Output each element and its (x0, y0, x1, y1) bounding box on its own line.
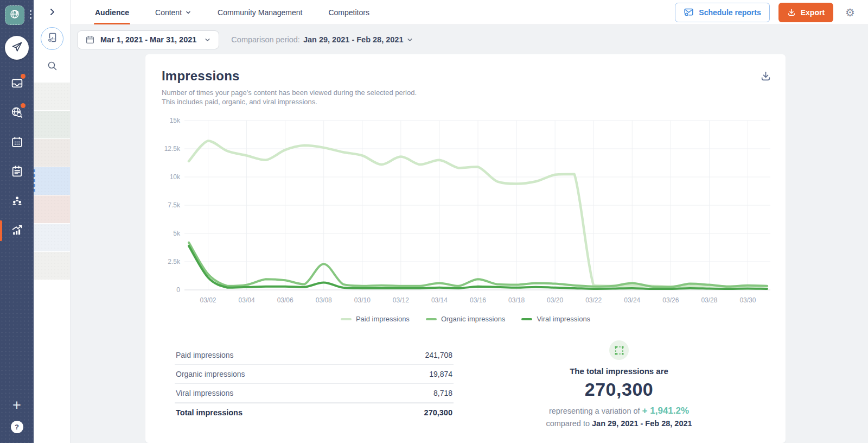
svg-text:03/18: 03/18 (508, 296, 525, 304)
profile-tile[interactable] (34, 224, 70, 251)
profile-tile[interactable] (34, 252, 70, 280)
summary-heading: The total impressions are (516, 366, 722, 376)
table-row-total: Total impressions270,300 (175, 403, 454, 422)
tab-content[interactable]: Content (155, 0, 192, 24)
row-label: Viral impressions (176, 389, 233, 397)
row-label: Total impressions (176, 408, 242, 417)
row-value: 19,874 (429, 370, 452, 378)
tab-community-management[interactable]: Community Management (218, 0, 302, 24)
profile-tile[interactable] (34, 83, 70, 110)
add-button[interactable]: + (12, 398, 21, 412)
sidebar-item-listening[interactable] (0, 105, 34, 122)
calendar-small-icon (85, 35, 95, 45)
svg-text:03/10: 03/10 (354, 296, 371, 304)
legend-marker (521, 318, 532, 320)
table-row: Organic impressions19,874 (175, 365, 454, 384)
card-bottom: Paid impressions241,708Organic impressio… (145, 346, 786, 428)
chevron-down-icon (204, 36, 211, 43)
tab-label: Community Management (218, 8, 302, 17)
comparison-period-picker[interactable]: Comparison period: Jan 29, 2021 - Feb 28… (231, 35, 413, 44)
row-value: 270,300 (424, 408, 452, 417)
profile-rail (34, 0, 71, 443)
svg-text:7.5k: 7.5k (168, 201, 181, 209)
summary-compare-prefix: compared to (546, 419, 590, 428)
svg-text:03/12: 03/12 (393, 296, 409, 304)
svg-text:03/08: 03/08 (316, 296, 332, 304)
tab-label: Content (155, 8, 182, 17)
schedule-reports-button[interactable]: Schedule reports (675, 3, 769, 22)
legend-item[interactable]: Viral impressions (521, 315, 590, 323)
listening-notification-dot (21, 103, 25, 108)
card-description-line2: This includes paid, organic, and viral i… (162, 97, 769, 106)
profile-tile[interactable] (34, 195, 70, 223)
kebab-menu-icon[interactable] (30, 10, 32, 19)
card-description-line1: Number of times your page's content has … (162, 88, 769, 97)
svg-text:03/04: 03/04 (239, 296, 255, 304)
profile-tile-selected[interactable] (34, 167, 70, 195)
tab-audience[interactable]: Audience (95, 0, 129, 24)
sidebar-item-publishing[interactable] (5, 36, 29, 60)
profile-tile[interactable] (34, 111, 70, 138)
profile-tile[interactable] (34, 139, 70, 167)
chart-download-icon[interactable] (760, 71, 771, 84)
svg-text:03/22: 03/22 (585, 296, 602, 304)
svg-text:03/24: 03/24 (624, 296, 640, 304)
chart-legend: Paid impressionsOrganic impressionsViral… (145, 315, 786, 323)
line-chart-svg: 03/0203/0403/0603/0803/1003/1203/1403/16… (156, 114, 775, 307)
sidebar-item-calendar[interactable] (0, 135, 34, 151)
legend-marker (341, 318, 352, 320)
chart-arrow-icon (10, 223, 24, 239)
tab-competitors[interactable]: Competitors (328, 0, 369, 24)
row-label: Paid impressions (176, 351, 234, 359)
svg-text:10k: 10k (170, 173, 181, 181)
sidebar-item-community[interactable] (0, 193, 34, 210)
gear-icon[interactable]: ⚙ (845, 7, 855, 18)
svg-text:0: 0 (176, 286, 180, 294)
svg-text:03/20: 03/20 (547, 296, 563, 304)
row-label: Organic impressions (176, 370, 245, 378)
profile-tiles (34, 83, 70, 280)
total-summary: The total impressions are 270,300 repres… (516, 340, 722, 428)
content-area: Impressions Number of times your page's … (71, 54, 868, 443)
inbox-notification-dot (21, 74, 25, 79)
reports-shortcut-button[interactable] (41, 27, 63, 50)
summary-total-value: 270,300 (516, 379, 722, 400)
sidebar-logo-row (0, 0, 34, 31)
help-button[interactable]: ? (11, 421, 23, 433)
paper-plane-icon (11, 41, 23, 55)
chevron-down-icon (406, 36, 413, 43)
date-range-value: Mar 1, 2021 - Mar 31, 2021 (100, 35, 196, 44)
row-value: 241,708 (425, 351, 452, 359)
people-icon (10, 194, 24, 210)
table-row: Paid impressions241,708 (175, 346, 454, 365)
date-range-picker[interactable]: Mar 1, 2021 - Mar 31, 2021 (77, 30, 219, 49)
impressions-table: Paid impressions241,708Organic impressio… (175, 346, 454, 428)
tab-label: Audience (95, 8, 129, 17)
report-tabs: Audience Content Community Management Co… (95, 0, 369, 24)
legend-item[interactable]: Organic impressions (426, 315, 506, 323)
export-button[interactable]: Export (778, 3, 833, 22)
chevron-down-icon (185, 9, 192, 16)
legend-label: Paid impressions (356, 315, 410, 323)
sidebar-item-inbox[interactable] (0, 76, 34, 92)
selection-icon-badge (609, 340, 629, 360)
envelope-plus-icon (684, 7, 694, 17)
sidebar-item-content-plan[interactable] (0, 164, 34, 180)
topbar: Audience Content Community Management Co… (71, 0, 868, 25)
workspace-avatar[interactable] (5, 5, 24, 25)
search-icon[interactable] (46, 60, 58, 74)
summary-compare-period: Jan 29, 2021 - Feb 28, 2021 (592, 419, 692, 428)
legend-item[interactable]: Paid impressions (341, 315, 410, 323)
sidebar-bottom: + ? (11, 398, 23, 433)
expand-rail-chevron-icon[interactable] (47, 7, 58, 20)
svg-text:03/26: 03/26 (662, 296, 679, 304)
schedule-reports-label: Schedule reports (699, 8, 761, 17)
sidebar-item-analytics[interactable] (0, 223, 34, 239)
svg-text:03/16: 03/16 (470, 296, 486, 304)
report-document-icon (46, 31, 59, 46)
impressions-card: Impressions Number of times your page's … (145, 54, 786, 443)
row-value: 8,718 (433, 389, 452, 397)
impressions-chart: 03/0203/0403/0603/0803/1003/1203/1403/16… (156, 114, 786, 309)
tab-label: Competitors (328, 8, 369, 17)
svg-text:2.5k: 2.5k (168, 258, 181, 265)
